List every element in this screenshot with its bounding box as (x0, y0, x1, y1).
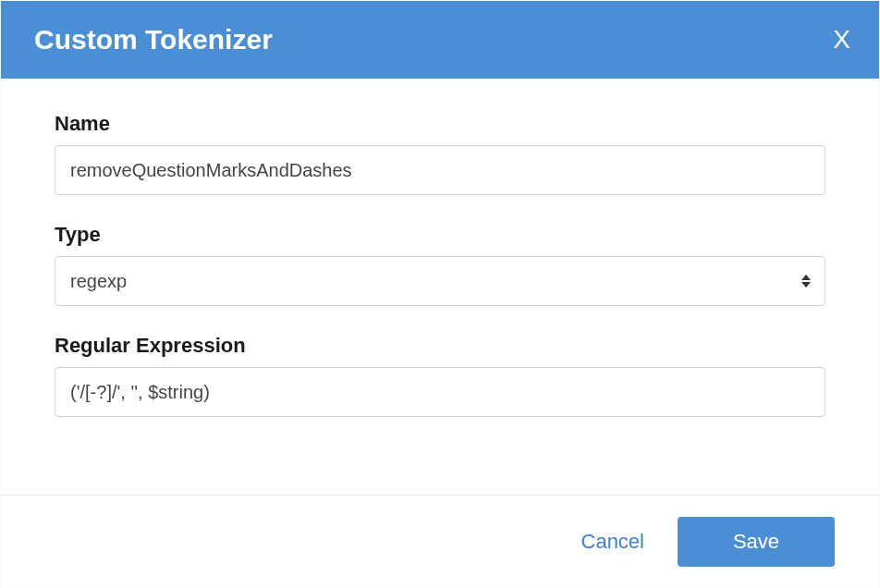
regex-field[interactable] (55, 367, 825, 417)
custom-tokenizer-dialog: Custom Tokenizer X Name Type regexp Regu… (0, 0, 880, 588)
type-select-wrap: regexp (55, 256, 825, 306)
dialog-footer: Cancel Save (1, 495, 879, 587)
type-label: Type (55, 223, 825, 247)
type-select-value: regexp (70, 271, 127, 292)
dialog-body: Name Type regexp Regular Expression (1, 79, 879, 495)
name-group: Name (55, 112, 825, 195)
regex-group: Regular Expression (55, 334, 825, 417)
type-group: Type regexp (55, 223, 825, 306)
name-label: Name (55, 112, 825, 136)
regex-label: Regular Expression (55, 334, 825, 358)
save-button[interactable]: Save (678, 517, 835, 567)
dialog-header: Custom Tokenizer X (1, 1, 879, 79)
dialog-title: Custom Tokenizer (34, 24, 273, 55)
type-select[interactable]: regexp (55, 256, 825, 306)
cancel-button[interactable]: Cancel (581, 530, 644, 554)
close-icon[interactable]: X (833, 25, 851, 55)
name-field[interactable] (55, 145, 825, 195)
